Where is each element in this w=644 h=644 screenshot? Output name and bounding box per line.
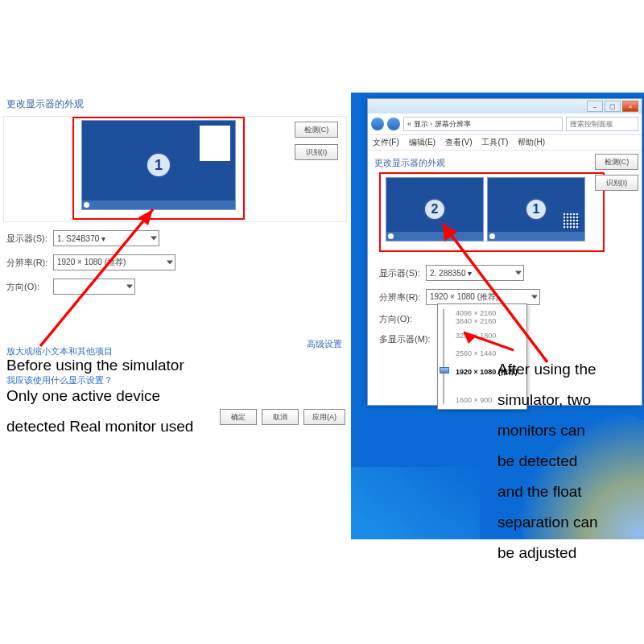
taskbar-icon — [82, 200, 235, 209]
taskbar-icon — [386, 232, 483, 241]
slider-thumb[interactable] — [440, 367, 449, 374]
resolution-dropdown[interactable]: 1920 × 1080 (推荐) — [426, 289, 540, 305]
orientation-label: 方向(O): — [6, 281, 53, 293]
address-bar: « 显示 › 屏幕分辨率 — [368, 114, 642, 135]
chevron-down-icon — [126, 285, 133, 289]
forward-button[interactable] — [387, 118, 400, 130]
before-caption: Before using the simulator Only one acti… — [6, 350, 193, 442]
orientation-field: 方向(O): — [6, 279, 350, 295]
resolution-field: 分辨率(R): 1920 × 1080 (推荐) — [379, 289, 637, 305]
chevron-down-icon — [151, 237, 157, 241]
grid-icon — [564, 213, 580, 229]
monitor-1[interactable]: 1 — [81, 120, 236, 210]
resolution-field: 分辨率(R): 1920 × 1080 (推荐) — [6, 254, 350, 270]
res-option[interactable]: 1600 × 900 — [456, 396, 492, 404]
detect-button[interactable]: 检测(C) — [595, 154, 638, 170]
cancel-button[interactable]: 取消 — [262, 409, 299, 425]
display-field: 显示器(S): 1. S24B370 ▾ — [6, 230, 350, 246]
minimize-button[interactable]: – — [587, 101, 603, 112]
monitor-number: 1 — [525, 198, 547, 221]
identify-button[interactable]: 识别(I) — [295, 144, 338, 160]
ok-button[interactable]: 确定 — [220, 409, 257, 425]
display-label: 显示器(S): — [6, 233, 53, 245]
before-panel: 更改显示器的外观 1 检测(C) 识别(I) 显示器(S): 1. S24B37… — [0, 93, 350, 539]
identify-button[interactable]: 识别(I) — [595, 175, 638, 191]
monitor-preview-area: 2 1 — [379, 172, 605, 252]
res-option[interactable]: 4096 × 2160 — [456, 309, 496, 317]
close-button[interactable]: × — [622, 101, 638, 112]
menu-file[interactable]: 文件(F) — [373, 137, 399, 148]
display-dropdown[interactable]: 1. S24B370 ▾ — [53, 230, 159, 246]
chevron-down-icon — [531, 295, 538, 299]
after-caption: After using the simulator, two monitors … — [497, 354, 634, 568]
res-option[interactable]: 3840 × 2160 — [456, 317, 496, 325]
resolution-label: 分辨率(R): — [6, 257, 53, 269]
highlight-box: 1 — [72, 117, 245, 220]
menu-edit[interactable]: 编辑(E) — [409, 137, 436, 148]
menu-view[interactable]: 查看(V) — [445, 137, 472, 148]
menu-tools[interactable]: 工具(T) — [481, 137, 508, 148]
monitor-preview-area: 1 检测(C) 识别(I) — [3, 116, 347, 222]
search-input[interactable] — [566, 117, 638, 131]
monitor-number: 1 — [146, 152, 171, 178]
back-button[interactable] — [371, 118, 384, 130]
res-option[interactable]: 3200 × 1800 — [456, 332, 496, 340]
resolution-dropdown[interactable]: 1920 × 1080 (推荐) — [53, 254, 175, 270]
orientation-label: 方向(O): — [379, 313, 426, 325]
maximize-button[interactable]: ▢ — [605, 101, 621, 112]
detect-button[interactable]: 检测(C) — [295, 122, 338, 138]
display-label: 显示器(S): — [379, 267, 426, 279]
menu-bar: 文件(F) 编辑(E) 查看(V) 工具(T) 帮助(H) — [368, 135, 642, 151]
panel-title: 更改显示器的外观 — [6, 97, 350, 111]
multi-display-label: 多显示器(M): — [379, 333, 437, 345]
monitor-1[interactable]: 1 — [487, 177, 585, 242]
chevron-down-icon — [167, 261, 173, 265]
orientation-dropdown[interactable] — [53, 279, 135, 295]
slider-track — [443, 309, 444, 404]
monitor-number: 2 — [423, 198, 446, 221]
window-icon — [200, 126, 230, 161]
titlebar: – ▢ × — [368, 99, 642, 114]
apply-button[interactable]: 应用(A) — [303, 409, 345, 425]
display-dropdown[interactable]: 2. 288350 ▾ — [426, 265, 524, 281]
resolution-label: 分辨率(R): — [379, 291, 426, 303]
display-field: 显示器(S): 2. 288350 ▾ — [379, 265, 637, 281]
advanced-settings-link[interactable]: 高级设置 — [307, 338, 342, 350]
res-option[interactable]: 2560 × 1440 — [456, 349, 496, 357]
menu-help[interactable]: 帮助(H) — [518, 137, 545, 148]
monitor-2[interactable]: 2 — [386, 177, 484, 242]
chevron-down-icon — [515, 271, 522, 275]
breadcrumb[interactable]: « 显示 › 屏幕分辨率 — [403, 117, 563, 131]
taskbar-icon — [488, 232, 584, 241]
